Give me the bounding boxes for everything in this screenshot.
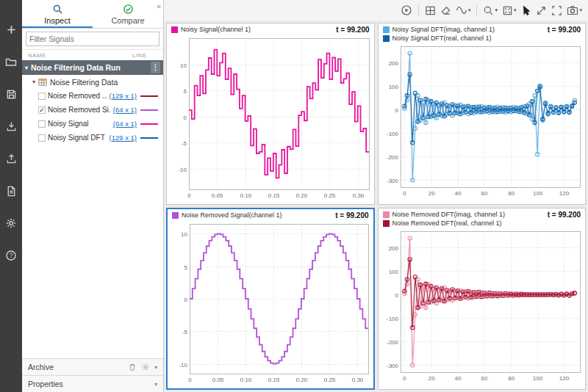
save-button[interactable] [3, 87, 19, 101]
signal-wave-icon [456, 4, 467, 16]
plot-noise-removed-signal[interactable]: Noise Removed Signal(channel 1) t = 99.2… [166, 208, 375, 390]
column-name: NAME [28, 52, 132, 59]
simulation-data-inspector: ? Inspect Compare « NAME LINE ▾ Noise Fi… [0, 0, 588, 392]
signal-row[interactable]: Noise Removed ... (129 x 1) [22, 89, 163, 103]
import-button[interactable] [3, 119, 19, 134]
folder-icon [5, 56, 17, 68]
toolbar-separator [418, 4, 419, 16]
signal-style-button[interactable]: ▾ [454, 2, 473, 18]
play-circle-button[interactable] [399, 2, 414, 18]
export-icon [6, 153, 17, 164]
dataset-label: Noise Filtering Data [50, 78, 118, 87]
legend-item: Noise Removed DFT(imag, channel 1) [383, 211, 543, 218]
svg-text:?: ? [10, 252, 13, 259]
signal-dims-link[interactable]: (129 x 1) [110, 92, 137, 100]
snapshot-button[interactable]: ▾ [565, 2, 584, 18]
legend-label: Noise Removed Signal(channel 1) [182, 211, 282, 219]
signal-checkbox[interactable]: ✓ [38, 106, 46, 114]
zoom-button[interactable]: ▾ [481, 2, 499, 18]
play-circle-icon [401, 4, 412, 16]
archive-bar[interactable]: Archive ▾ [22, 358, 163, 375]
tab-compare-label: Compare [111, 16, 144, 25]
plot-area: ▾ ▾ ▾ ▾ Noisy Signal(channel 1) t = 99. [164, 0, 588, 392]
column-line: LINE [132, 52, 157, 59]
fullscreen-button[interactable] [550, 2, 564, 18]
column-headers: NAME LINE [22, 50, 163, 60]
run-label: Noise Filtering Data Run [31, 63, 148, 72]
legend-item: Noise Removed Signal(channel 1) [172, 211, 331, 219]
plot-header: Noisy Signal DFT(imag, channel 1) Noisy … [379, 23, 586, 43]
toolbar-separator [476, 4, 477, 16]
expand-diagonal-icon [536, 5, 547, 16]
app-sidebar: ? [0, 0, 22, 392]
layout-button[interactable] [423, 2, 437, 18]
chevron-down-icon: ▾ [514, 7, 517, 13]
signal-row[interactable]: ✓ Noise Removed Si... (64 x 1) [22, 103, 163, 117]
noise-removed-dft-canvas[interactable] [379, 228, 586, 383]
signal-row[interactable]: Noisy Signal DFT (129 x 1) [22, 131, 163, 145]
collapse-panel-icon[interactable]: « [157, 1, 161, 10]
properties-bar[interactable]: Properties ▾ [22, 375, 163, 392]
report-button[interactable] [3, 184, 19, 198]
line-swatch [140, 109, 158, 111]
clear-plots-button[interactable] [439, 2, 453, 18]
preferences-button[interactable] [3, 216, 19, 231]
trash-icon[interactable] [128, 363, 137, 371]
eraser-icon [440, 5, 451, 16]
filter-signals-input[interactable] [26, 32, 159, 46]
chevron-down-icon[interactable]: ▾ [154, 381, 157, 388]
legend-item: Noise Removed DFT(real, channel 1) [383, 219, 543, 227]
legend-item: Noisy Signal DFT(real, channel 1) [383, 35, 543, 42]
tab-compare[interactable]: Compare [93, 0, 163, 28]
fit-view-icon [502, 5, 513, 16]
plot-noisy-signal-dft[interactable]: Noisy Signal DFT(imag, channel 1) Noisy … [378, 23, 587, 205]
kebab-menu-icon[interactable]: ⋮ [151, 62, 160, 73]
help-button[interactable]: ? [3, 248, 19, 263]
dataset-group[interactable]: ▾ Noise Filtering Data [22, 75, 163, 89]
legend-swatch [383, 35, 390, 42]
chevron-down-icon: ▾ [32, 79, 35, 85]
signal-name: Noisy Signal DFT [48, 134, 107, 142]
cursor-time: t = 99.200 [335, 211, 368, 219]
signal-dims-link[interactable]: (64 x 1) [113, 120, 137, 128]
signal-checkbox[interactable] [38, 92, 46, 100]
signal-checkbox[interactable] [38, 120, 46, 128]
signal-checkbox[interactable] [38, 134, 46, 142]
pointer-button[interactable] [519, 2, 533, 18]
legend-swatch [383, 211, 390, 218]
add-button[interactable] [3, 22, 19, 37]
signal-line-cell [139, 95, 159, 97]
signal-dims-link[interactable]: (129 x 1) [110, 134, 137, 142]
noisy-signal-dft-canvas[interactable] [379, 43, 586, 198]
chevron-down-icon[interactable]: ▾ [154, 364, 157, 371]
export-button[interactable] [3, 151, 19, 166]
signal-line-cell [139, 137, 159, 139]
tab-inspect[interactable]: Inspect [22, 0, 93, 28]
cursor-arrow-icon [520, 5, 531, 16]
document-icon [6, 186, 17, 197]
camera-icon [567, 4, 578, 16]
fullscreen-icon [551, 5, 562, 16]
signal-row[interactable]: Noisy Signal (64 x 1) [22, 117, 163, 131]
help-icon: ? [5, 250, 17, 261]
panel-tabs: Inspect Compare « [22, 0, 163, 29]
plot-noisy-signal[interactable]: Noisy Signal(channel 1) t = 99.200 [166, 23, 375, 205]
filter-row [22, 29, 163, 50]
dataset-icon [38, 78, 47, 87]
gear-icon [5, 217, 17, 229]
search-icon [52, 4, 63, 15]
gear-icon[interactable] [141, 363, 150, 371]
archive-label: Archive [28, 363, 54, 371]
line-swatch [140, 95, 158, 97]
plot-header: Noise Removed DFT(imag, channel 1) Noise… [379, 208, 586, 228]
signal-dims-link[interactable]: (64 x 1) [113, 106, 137, 114]
expand-axes-button[interactable] [534, 2, 548, 18]
signal-name: Noise Removed Si... [48, 106, 111, 114]
run-header[interactable]: ▾ Noise Filtering Data Run ⋮ [22, 60, 163, 75]
legend-swatch [172, 212, 179, 219]
fit-to-view-button[interactable]: ▾ [501, 2, 518, 18]
noise-removed-signal-canvas[interactable] [168, 220, 373, 385]
plot-noise-removed-dft[interactable]: Noise Removed DFT(imag, channel 1) Noise… [378, 208, 587, 390]
noisy-signal-canvas[interactable] [167, 35, 374, 200]
open-button[interactable] [3, 54, 19, 69]
